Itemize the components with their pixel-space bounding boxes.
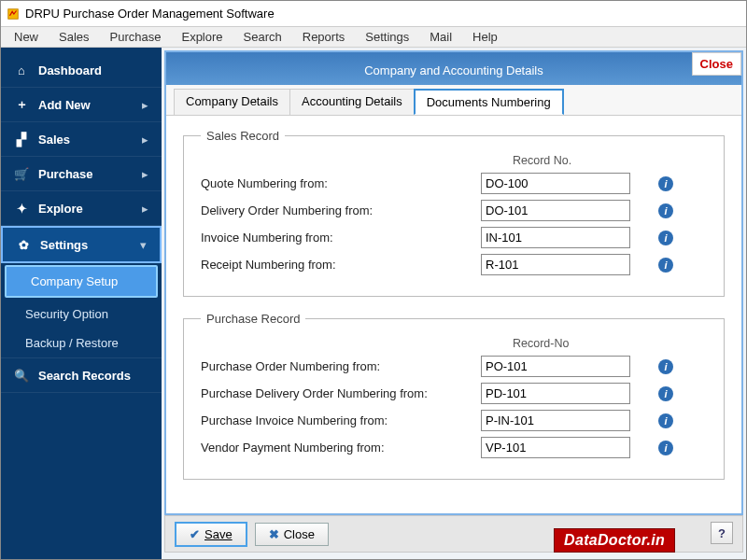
info-icon[interactable]: i: [658, 413, 673, 428]
label: Search Records: [38, 369, 131, 383]
label-po: Purchase Order Numbering from:: [201, 359, 481, 373]
label: Explore: [38, 202, 83, 216]
save-button[interactable]: ✔ Save: [175, 522, 247, 547]
chevron-right-icon: ▸: [142, 167, 148, 181]
label-pdo: Purchase Delivery Order Numbering from:: [201, 386, 481, 400]
close-icon: ✖: [269, 527, 279, 541]
svg-rect-0: [8, 8, 19, 19]
panel-header: Company and Accounting Details Close: [166, 52, 741, 85]
tabs: Company Details Accounting Details Docum…: [166, 85, 741, 116]
close-label: Close: [284, 527, 315, 541]
panel: Company and Accounting Details Close Com…: [164, 50, 743, 515]
info-icon[interactable]: i: [658, 231, 673, 245]
row-quote: Quote Numbering from: i: [201, 173, 707, 194]
titlebar: DRPU Purchase Order Management Software: [1, 1, 746, 27]
tab-company-details[interactable]: Company Details: [174, 89, 290, 115]
label: Dashboard: [38, 63, 102, 77]
menu-explore[interactable]: Explore: [172, 28, 232, 46]
sidebar-item-add-new[interactable]: ＋Add New ▸: [1, 88, 162, 122]
info-icon[interactable]: i: [658, 386, 673, 401]
sales-record-group: Sales Record Record No. Quote Numbering …: [183, 129, 725, 297]
label-receipt: Receipt Numbering from:: [201, 258, 481, 272]
sidebar-item-purchase[interactable]: 🛒Purchase ▸: [1, 157, 162, 191]
add-icon: ＋: [14, 97, 29, 112]
input-pi[interactable]: [481, 410, 630, 431]
menu-help[interactable]: Help: [463, 28, 507, 46]
sidebar-item-search-records[interactable]: 🔍Search Records: [1, 357, 162, 393]
menu-reports[interactable]: Reports: [293, 28, 355, 46]
content-area: Company and Accounting Details Close Com…: [162, 48, 746, 559]
label-invoice: Invoice Numbering from:: [201, 231, 481, 245]
info-icon[interactable]: i: [658, 176, 673, 191]
label-delivery-order: Delivery Order Numbering from:: [201, 203, 481, 217]
app-icon: [7, 7, 20, 21]
input-receipt[interactable]: [481, 254, 630, 275]
row-pdo: Purchase Delivery Order Numbering from: …: [201, 383, 707, 404]
chevron-right-icon: ▸: [142, 202, 148, 216]
cart-icon: 🛒: [14, 166, 29, 181]
info-icon[interactable]: i: [658, 258, 673, 273]
sidebar-item-settings[interactable]: ✿Settings ▾: [1, 226, 162, 263]
label: Purchase: [38, 167, 93, 181]
panel-title: Company and Accounting Details: [364, 63, 543, 77]
sidebar-item-dashboard[interactable]: ⌂Dashboard: [1, 53, 162, 88]
sidebar-sub-backup-restore[interactable]: Backup / Restore: [1, 329, 162, 357]
row-invoice: Invoice Numbering from: i: [201, 227, 707, 248]
input-pdo[interactable]: [481, 383, 630, 404]
label: Add New: [38, 98, 91, 112]
chevron-down-icon: ▾: [140, 238, 147, 252]
explore-icon: ✦: [14, 201, 29, 216]
sidebar-item-explore[interactable]: ✦Explore ▸: [1, 191, 162, 226]
chart-icon: ▞: [14, 132, 29, 147]
save-label: Save: [204, 527, 233, 541]
sidebar-sub-security-option[interactable]: Security Option: [1, 300, 162, 329]
close-button[interactable]: Close: [692, 52, 741, 76]
label: Sales: [38, 133, 70, 147]
label: Settings: [40, 238, 88, 252]
row-vp: Vendor Payment Numbering from: i: [201, 437, 707, 458]
row-delivery-order: Delivery Order Numbering from: i: [201, 200, 707, 221]
purchase-col-header: Record-No: [513, 337, 707, 350]
sales-col-header: Record No.: [513, 154, 707, 167]
input-delivery-order[interactable]: [481, 200, 630, 221]
info-icon[interactable]: i: [658, 359, 673, 374]
purchase-legend: Purchase Record: [201, 312, 305, 326]
close-button-footer[interactable]: ✖ Close: [255, 523, 329, 546]
check-icon: ✔: [190, 527, 200, 541]
footer-bar: ✔ Save ✖ Close ? DataDoctor.in: [164, 515, 743, 553]
menu-search[interactable]: Search: [234, 28, 291, 46]
gear-icon: ✿: [16, 237, 31, 252]
row-receipt: Receipt Numbering from: i: [201, 254, 707, 275]
sidebar-sub-company-setup[interactable]: Company Setup: [5, 265, 158, 298]
sidebar-item-sales[interactable]: ▞Sales ▸: [1, 122, 162, 157]
input-quote[interactable]: [481, 173, 630, 194]
row-po: Purchase Order Numbering from: i: [201, 356, 707, 377]
tab-documents-numbering[interactable]: Documents Numbering: [414, 89, 564, 115]
label-vp: Vendor Payment Numbering from:: [201, 441, 481, 455]
tab-accounting-details[interactable]: Accounting Details: [289, 89, 415, 115]
input-invoice[interactable]: [481, 227, 630, 248]
brand-badge: DataDoctor.in: [554, 528, 675, 553]
menu-mail[interactable]: Mail: [420, 28, 461, 46]
info-icon[interactable]: i: [658, 203, 673, 218]
chevron-right-icon: ▸: [142, 133, 148, 147]
row-pi: Purchase Invoice Numbering from: i: [201, 410, 707, 431]
input-vp[interactable]: [481, 437, 630, 458]
search-icon: 🔍: [14, 368, 29, 383]
menu-purchase[interactable]: Purchase: [101, 28, 171, 46]
menu-new[interactable]: New: [5, 28, 48, 46]
home-icon: ⌂: [14, 63, 29, 77]
input-po[interactable]: [481, 356, 630, 377]
menu-sales[interactable]: Sales: [49, 28, 99, 46]
chevron-right-icon: ▸: [142, 98, 148, 112]
sales-legend: Sales Record: [201, 129, 285, 143]
help-button[interactable]: ?: [711, 522, 733, 544]
label-pi: Purchase Invoice Numbering from:: [201, 413, 481, 427]
sidebar: ⌂Dashboard ＋Add New ▸ ▞Sales ▸ 🛒Purchase…: [1, 48, 162, 559]
info-icon[interactable]: i: [658, 441, 673, 455]
window-title: DRPU Purchase Order Management Software: [25, 7, 275, 21]
menu-settings[interactable]: Settings: [356, 28, 418, 46]
tab-body: Sales Record Record No. Quote Numbering …: [166, 116, 741, 513]
menubar: New Sales Purchase Explore Search Report…: [1, 27, 746, 48]
label-quote: Quote Numbering from:: [201, 176, 481, 190]
